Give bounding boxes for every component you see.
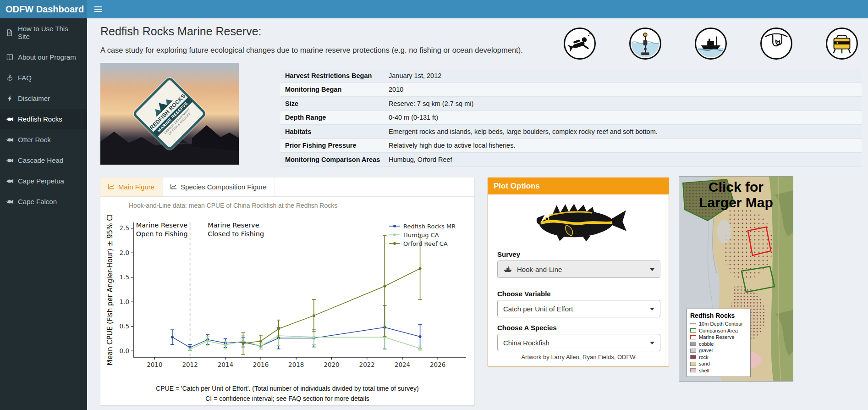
- legend-outline-swatch: [690, 328, 696, 332]
- svg-text:2014: 2014: [218, 361, 233, 368]
- svg-text:Open to Fishing: Open to Fishing: [136, 230, 188, 238]
- sidebar-item-about-our-program[interactable]: About our Program: [0, 47, 87, 67]
- svg-text:Marine Reserve: Marine Reserve: [208, 222, 259, 229]
- reserve-info-table: Harvest Restrictions BeganJanuary 1st, 2…: [280, 69, 862, 167]
- map-legend-item: Comparison Area: [690, 327, 747, 334]
- info-row: Harvest Restrictions BeganJanuary 1st, 2…: [280, 69, 862, 83]
- svg-text:2.0: 2.0: [120, 249, 129, 256]
- page-title: Redfish Rocks Marine Reserve:: [100, 25, 262, 38]
- sidebar-item-disclaimer[interactable]: Disclaimer: [0, 88, 87, 109]
- variable-dropdown[interactable]: Catch per Unit of Effort: [497, 300, 660, 317]
- cpue-chart[interactable]: Marine ReserveOpen to FishingMarine Rese…: [104, 215, 471, 377]
- book-icon: [5, 54, 14, 61]
- sidebar-item-how-to-use[interactable]: How to Use This Site: [0, 18, 87, 47]
- sidebar-item-faq[interactable]: FAQ: [0, 67, 87, 88]
- species-dropdown-value: China Rockfish: [503, 339, 549, 347]
- map-legend-label: shell: [699, 367, 709, 374]
- map-legend-item: cobble: [690, 341, 747, 348]
- survey-dropdown-value: Hook-and-Line: [517, 266, 562, 273]
- tab-label: Main Figure: [118, 183, 154, 191]
- info-row-value: Emergent rocks and islands, kelp beds, l…: [389, 128, 862, 135]
- info-row-value: 0-40 m (0-131 ft): [389, 114, 862, 121]
- boat-icon: [503, 266, 512, 272]
- info-row-label: Monitoring Comparison Areas: [280, 156, 389, 163]
- svg-text:Redfish Rocks MR: Redfish Rocks MR: [403, 223, 456, 230]
- top-navbar: ODFW Dashboard: [0, 0, 868, 18]
- sidebar-item-label: How to Use This Site: [18, 25, 82, 40]
- info-row: Monitoring Comparison AreasHumbug, Orfor…: [280, 153, 862, 167]
- sidebar-item-cascade-head[interactable]: Cascade Head: [0, 150, 87, 171]
- sidebar-item-label: Disclaimer: [18, 94, 50, 102]
- sidebar-item-label: Cape Falcon: [18, 198, 57, 205]
- sidebar-item-cape-falcon[interactable]: Cape Falcon: [0, 191, 87, 212]
- fish-icon: [5, 137, 14, 143]
- map-legend-item: 10m Depth Contour: [690, 321, 747, 327]
- svg-text:0.5: 0.5: [120, 322, 129, 330]
- sidebar-item-label: Cape Perpetua: [18, 177, 64, 185]
- legend-fill-swatch: [690, 362, 696, 366]
- bolt-icon: [5, 95, 14, 102]
- info-row-label: Prior Fishing Pressure: [280, 142, 389, 149]
- survey-label: Survey: [497, 250, 520, 258]
- chart-footnote-2: CI = confidence interval; see FAQ sectio…: [100, 395, 474, 402]
- odfw-dashboard-app: ODFW Dashboard How to Use This SiteAbout…: [0, 0, 868, 410]
- info-row-value: Reserve: 7 sq km (2.7 sq mi): [389, 100, 862, 107]
- svg-text:Mean CPUE (Fish per Angler-Hou: Mean CPUE (Fish per Angler-Hour) ± 95% C…: [106, 215, 114, 366]
- tab-main-figure[interactable]: Main Figure: [100, 177, 163, 196]
- chevron-down-icon: [650, 268, 654, 271]
- sidebar-toggle-button[interactable]: [87, 0, 109, 18]
- map-legend-title: Redfish Rocks: [690, 312, 747, 319]
- variable-dropdown-value: Catch per Unit of Effort: [503, 305, 573, 313]
- app-logo: ODFW Dashboard: [0, 0, 87, 18]
- fish-icon: [5, 178, 14, 184]
- info-row-label: Depth Range: [280, 114, 389, 121]
- info-row-label: Monitoring Began: [280, 86, 389, 93]
- oceanographic-mooring-icon: [629, 28, 661, 60]
- figure-tabs: Main FigureSpecies Composition Figure: [100, 177, 474, 197]
- chart-title: Hook-and-Line data: mean CPUE of China R…: [129, 201, 344, 211]
- sidebar-item-redfish-rocks[interactable]: Redfish Rocks: [0, 109, 87, 129]
- svg-text:2.5: 2.5: [120, 224, 129, 232]
- line-chart-icon: [108, 183, 115, 191]
- line-chart-icon: [170, 183, 177, 191]
- info-row-value: January 1st, 2012: [389, 72, 862, 79]
- svg-text:Closed to Fishing: Closed to Fishing: [208, 230, 264, 238]
- chart-footnote-1: CPUE = 'Catch per Unit of Effort'. (Tota…: [100, 385, 474, 392]
- info-row: Prior Fishing PressureRelatively high du…: [280, 139, 862, 153]
- svg-text:Humbug CA: Humbug CA: [403, 232, 439, 238]
- svg-text:2020: 2020: [324, 361, 339, 368]
- legend-fill-swatch: [690, 349, 696, 353]
- svg-text:0.0: 0.0: [120, 347, 129, 355]
- info-row: Monitoring Began2010: [280, 83, 862, 97]
- legend-outline-swatch: [690, 335, 696, 339]
- document-icon: [5, 29, 14, 36]
- longline-hooks-icon: [760, 28, 792, 60]
- info-row-label: Harvest Restrictions Began: [280, 72, 389, 79]
- scuba-diver-icon: [564, 28, 596, 60]
- svg-text:2010: 2010: [147, 361, 162, 368]
- map-legend: Redfish Rocks 10m Depth ContourCompariso…: [687, 309, 751, 377]
- map-legend-label: 10m Depth Contour: [699, 321, 743, 327]
- survey-dropdown[interactable]: Hook-and-Line: [497, 260, 660, 278]
- map-legend-label: cobble: [699, 341, 714, 348]
- map-legend-item: shell: [690, 367, 747, 374]
- sidebar-item-label: Otter Rock: [18, 136, 51, 144]
- svg-text:2022: 2022: [359, 361, 375, 368]
- sidebar-menu: How to Use This SiteAbout our ProgramFAQ…: [0, 18, 87, 410]
- page-subtitle: A case study for exploring future ecolog…: [100, 46, 523, 55]
- svg-text:2012: 2012: [182, 361, 198, 368]
- svg-text:2026: 2026: [430, 361, 445, 368]
- species-dropdown[interactable]: China Rockfish: [497, 334, 660, 351]
- reserve-map-thumbnail[interactable]: Click for Larger Map Redfish Rocks 10m D…: [679, 176, 793, 382]
- sidebar-item-label: Cascade Head: [18, 156, 63, 164]
- tab-species-composition-figure[interactable]: Species Composition Figure: [163, 177, 275, 196]
- chevron-down-icon: [650, 342, 654, 344]
- info-row-value: Humbug, Orford Reef: [389, 156, 862, 163]
- variable-label: Choose Variable: [497, 290, 551, 298]
- fish-icon: [5, 158, 14, 163]
- sidebar-item-otter-rock[interactable]: Otter Rock: [0, 129, 87, 150]
- svg-text:Marine Reserve: Marine Reserve: [136, 222, 187, 229]
- map-legend-item: sand: [690, 360, 747, 367]
- plot-options-card: Plot Options Survey Hook-and-Line Choose…: [488, 177, 669, 366]
- sidebar-item-cape-perpetua[interactable]: Cape Perpetua: [0, 171, 87, 191]
